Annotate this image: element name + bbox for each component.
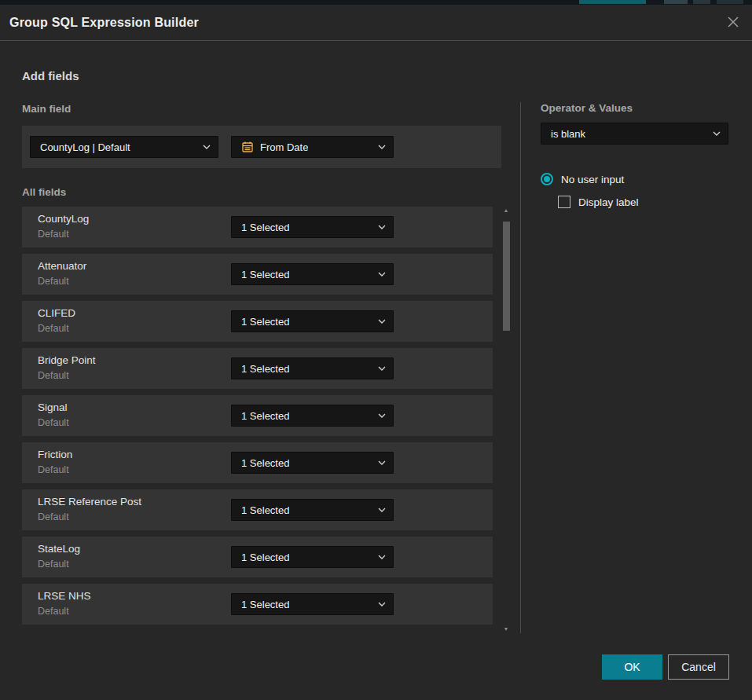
field-subtitle: Default bbox=[38, 417, 69, 428]
chevron-down-icon bbox=[378, 555, 386, 559]
chevron-down-icon bbox=[378, 225, 386, 229]
field-selection-value: 1 Selected bbox=[241, 410, 289, 422]
chevron-down-icon bbox=[378, 460, 386, 465]
main-field-label: Main field bbox=[22, 103, 71, 115]
field-name: CountyLog bbox=[38, 213, 89, 225]
field-subtitle: Default bbox=[38, 511, 69, 522]
field-row[interactable]: CountyLog Default 1 Selected bbox=[22, 207, 493, 247]
field-row[interactable]: LRSE Reference Post Default 1 Selected bbox=[22, 489, 493, 530]
dialog-titlebar: Group SQL Expression Builder bbox=[0, 5, 752, 41]
panel-divider bbox=[520, 102, 521, 633]
field-row[interactable]: CLIFED Default 1 Selected bbox=[22, 301, 493, 342]
cancel-button[interactable]: Cancel bbox=[668, 654, 729, 680]
field-selection-dropdown[interactable]: 1 Selected bbox=[231, 405, 394, 427]
background-fragment bbox=[579, 0, 646, 4]
display-label-checkbox[interactable]: Display label bbox=[558, 196, 639, 208]
chevron-down-icon bbox=[378, 602, 386, 607]
all-fields-label: All fields bbox=[22, 186, 66, 198]
field-selection-dropdown[interactable]: 1 Selected bbox=[231, 499, 394, 521]
chevron-down-icon bbox=[378, 272, 386, 277]
field-selection-dropdown[interactable]: 1 Selected bbox=[231, 357, 394, 379]
field-selection-value: 1 Selected bbox=[241, 316, 289, 328]
field-row[interactable]: Attenuator Default 1 Selected bbox=[22, 254, 493, 295]
dialog-title: Group SQL Expression Builder bbox=[0, 16, 199, 30]
list-scrollbar[interactable]: ▲ ▼ bbox=[501, 207, 512, 633]
field-selection-value: 1 Selected bbox=[241, 222, 289, 233]
operator-dropdown[interactable]: is blank bbox=[541, 123, 728, 145]
field-row[interactable]: LRSE NHS Default 1 Selected bbox=[22, 584, 493, 625]
field-selection-dropdown[interactable]: 1 Selected bbox=[231, 263, 394, 285]
field-selection-value: 1 Selected bbox=[241, 269, 289, 280]
operator-values-heading: Operator & Values bbox=[541, 102, 633, 114]
calendar-icon bbox=[241, 141, 254, 153]
field-subtitle: Default bbox=[38, 276, 69, 287]
chevron-down-icon bbox=[378, 145, 386, 149]
ok-button[interactable]: OK bbox=[602, 654, 662, 680]
field-subtitle: Default bbox=[38, 370, 69, 381]
add-fields-heading: Add fields bbox=[22, 69, 79, 82]
main-field-field-value: From Date bbox=[260, 141, 308, 153]
scrollbar-down-icon[interactable]: ▼ bbox=[503, 627, 509, 632]
background-fragment bbox=[717, 0, 743, 4]
field-name: LRSE Reference Post bbox=[38, 496, 141, 508]
field-selection-dropdown[interactable]: 1 Selected bbox=[231, 546, 394, 568]
main-field-field-dropdown[interactable]: From Date bbox=[231, 136, 394, 158]
field-selection-dropdown[interactable]: 1 Selected bbox=[231, 216, 394, 238]
radio-selected-icon bbox=[541, 173, 553, 185]
field-subtitle: Default bbox=[38, 559, 69, 570]
close-button[interactable] bbox=[724, 15, 742, 32]
chevron-down-icon bbox=[378, 413, 386, 418]
close-icon bbox=[727, 16, 739, 31]
background-fragment bbox=[693, 0, 710, 4]
field-selection-dropdown[interactable]: 1 Selected bbox=[231, 310, 394, 332]
field-subtitle: Default bbox=[38, 229, 69, 240]
chevron-down-icon bbox=[713, 131, 721, 136]
field-name: Signal bbox=[38, 401, 68, 413]
field-subtitle: Default bbox=[38, 464, 69, 475]
group-sql-expression-builder-dialog: Group SQL Expression Builder Add fields … bbox=[0, 5, 752, 700]
field-name: Bridge Point bbox=[38, 354, 96, 366]
chevron-down-icon bbox=[378, 508, 386, 512]
chevron-down-icon bbox=[378, 319, 386, 324]
field-selection-dropdown[interactable]: 1 Selected bbox=[231, 593, 394, 615]
field-row[interactable]: Signal Default 1 Selected bbox=[22, 395, 493, 436]
field-name: Attenuator bbox=[38, 260, 86, 272]
display-label-label: Display label bbox=[578, 196, 639, 208]
field-selection-value: 1 Selected bbox=[241, 504, 289, 516]
all-fields-list: CountyLog Default 1 Selected Attenuator … bbox=[22, 207, 493, 631]
chevron-down-icon bbox=[378, 366, 386, 371]
field-subtitle: Default bbox=[38, 323, 69, 334]
field-row[interactable]: Friction Default 1 Selected bbox=[22, 442, 493, 483]
field-selection-value: 1 Selected bbox=[241, 457, 289, 469]
no-user-input-label: No user input bbox=[561, 174, 624, 185]
operator-value: is blank bbox=[551, 128, 585, 140]
scrollbar-up-icon[interactable]: ▲ bbox=[503, 208, 509, 213]
checkbox-unchecked-icon bbox=[558, 196, 570, 208]
field-subtitle: Default bbox=[38, 606, 69, 617]
field-name: LRSE NHS bbox=[38, 590, 91, 602]
field-selection-dropdown[interactable]: 1 Selected bbox=[231, 452, 394, 474]
field-selection-value: 1 Selected bbox=[241, 363, 289, 375]
chevron-down-icon bbox=[203, 145, 211, 149]
scrollbar-thumb[interactable] bbox=[503, 222, 510, 331]
field-selection-value: 1 Selected bbox=[241, 599, 289, 610]
field-selection-value: 1 Selected bbox=[241, 552, 289, 563]
main-field-panel: CountyLog | Default From Date bbox=[22, 126, 501, 168]
background-fragment bbox=[664, 0, 688, 4]
no-user-input-radio[interactable]: No user input bbox=[541, 173, 624, 185]
main-field-source-dropdown[interactable]: CountyLog | Default bbox=[30, 136, 218, 158]
main-field-source-value: CountyLog | Default bbox=[40, 141, 130, 153]
field-row[interactable]: Bridge Point Default 1 Selected bbox=[22, 348, 493, 389]
field-name: Friction bbox=[38, 449, 72, 460]
field-name: StateLog bbox=[38, 543, 80, 555]
field-row[interactable]: StateLog Default 1 Selected bbox=[22, 537, 493, 577]
field-name: CLIFED bbox=[38, 307, 75, 319]
